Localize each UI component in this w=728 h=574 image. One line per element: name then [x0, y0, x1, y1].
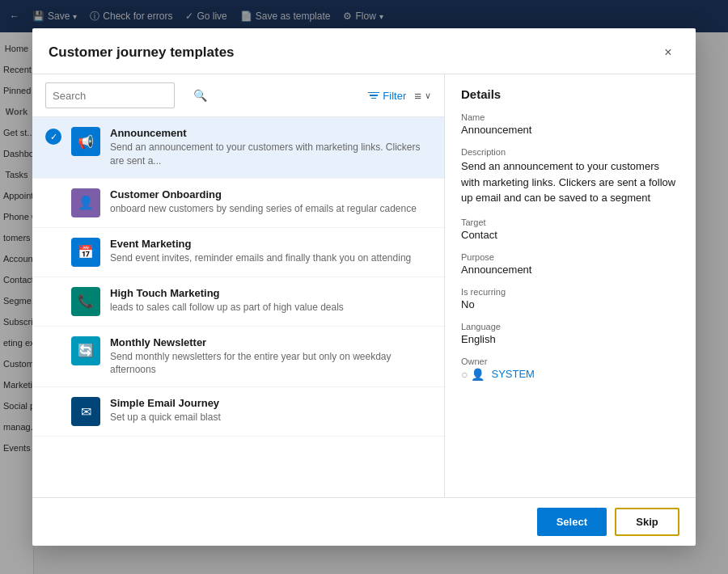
dialog-footer: Select Skip	[32, 497, 696, 546]
detail-purpose-value: Announcement	[461, 264, 679, 276]
template-desc-newsletter: Send monthly newsletters for the entire …	[110, 350, 431, 378]
template-item-onboarding[interactable]: 👤 Customer Onboarding onboard new custom…	[32, 179, 444, 228]
right-panel: Details Name Announcement Description Se…	[445, 74, 696, 497]
detail-purpose-field: Purpose Announcement	[461, 252, 679, 276]
filter-button[interactable]: Filter	[368, 90, 406, 102]
sort-chevron-icon: ∨	[425, 91, 431, 101]
detail-target-field: Target Contact	[461, 217, 679, 241]
select-button[interactable]: Select	[537, 508, 607, 536]
close-button[interactable]: ×	[657, 41, 679, 64]
detail-language-value: English	[461, 333, 679, 345]
template-name-announcement: Announcement	[110, 127, 431, 139]
detail-language-label: Language	[461, 322, 679, 331]
detail-description-label: Description	[461, 147, 679, 157]
template-check-announcement: ✓	[45, 129, 61, 145]
template-name-hightouch: High Touch Marketing	[110, 287, 431, 299]
detail-name-field: Name Announcement	[461, 112, 679, 136]
sort-button[interactable]: ≡ ∨	[414, 89, 431, 103]
search-input[interactable]	[53, 90, 188, 102]
search-icon: 🔍	[193, 89, 207, 102]
template-item-announcement[interactable]: ✓ 📢 Announcement Send an announcement to…	[32, 117, 444, 179]
template-info-simple-email: Simple Email Journey Set up a quick emai…	[110, 397, 431, 424]
detail-target-label: Target	[461, 217, 679, 227]
owner-icon-wrap: ○ 👤	[461, 368, 485, 381]
left-panel: 🔍 Filter ≡ ∨	[32, 74, 445, 497]
template-name-newsletter: Monthly Newsletter	[110, 336, 431, 348]
detail-recurring-value: No	[461, 298, 679, 310]
template-info-announcement: Announcement Send an announcement to you…	[110, 127, 431, 168]
template-info-onboarding: Customer Onboarding onboard new customer…	[110, 188, 431, 216]
detail-purpose-label: Purpose	[461, 252, 679, 262]
template-list: ✓ 📢 Announcement Send an announcement to…	[32, 117, 444, 497]
template-icon-announcement: 📢	[71, 127, 100, 156]
detail-owner-label: Owner	[461, 357, 679, 366]
detail-description-field: Description Send an announcement to your…	[461, 147, 679, 206]
detail-recurring-label: Is recurring	[461, 287, 679, 297]
dialog-header: Customer journey templates ×	[32, 28, 696, 74]
template-info-newsletter: Monthly Newsletter Send monthly newslett…	[110, 336, 431, 378]
template-desc-announcement: Send an announcement to your customers w…	[110, 141, 431, 168]
template-item-simple-email[interactable]: ✉ Simple Email Journey Set up a quick em…	[32, 387, 444, 437]
template-name-event: Event Marketing	[110, 238, 431, 250]
template-icon-event: 📅	[71, 238, 100, 267]
sort-list-icon: ≡	[414, 89, 421, 103]
filter-icon	[368, 91, 379, 99]
detail-owner-field: Owner ○ 👤 SYSTEM	[461, 357, 679, 381]
skip-button[interactable]: Skip	[615, 508, 679, 536]
template-name-onboarding: Customer Onboarding	[110, 188, 431, 200]
template-item-event[interactable]: 📅 Event Marketing Send event invites, re…	[32, 228, 444, 277]
owner-value[interactable]: SYSTEM	[491, 368, 534, 380]
template-desc-simple-email: Set up a quick email blast	[110, 411, 431, 424]
template-info-event: Event Marketing Send event invites, remi…	[110, 238, 431, 265]
template-desc-event: Send event invites, reminder emails and …	[110, 251, 431, 265]
template-icon-newsletter: 🔄	[71, 336, 100, 365]
template-item-newsletter[interactable]: 🔄 Monthly Newsletter Send monthly newsle…	[32, 327, 444, 388]
detail-name-label: Name	[461, 112, 679, 122]
template-desc-hightouch: leads to sales call follow up as part of…	[110, 301, 431, 314]
template-name-simple-email: Simple Email Journey	[110, 397, 431, 409]
template-desc-onboarding: onboard new customers by sending series …	[110, 202, 431, 216]
template-info-hightouch: High Touch Marketing leads to sales call…	[110, 287, 431, 314]
dialog: Customer journey templates × 🔍	[32, 28, 696, 546]
check-circle-icon: ✓	[45, 129, 61, 145]
owner-row: ○ 👤 SYSTEM	[461, 368, 679, 381]
detail-target-value: Contact	[461, 229, 679, 241]
owner-person-icon: 👤	[471, 368, 485, 381]
template-icon-hightouch: 📞	[71, 287, 100, 316]
template-icon-simple-email: ✉	[71, 397, 100, 426]
template-item-hightouch[interactable]: 📞 High Touch Marketing leads to sales ca…	[32, 277, 444, 327]
detail-language-field: Language English	[461, 322, 679, 345]
detail-recurring-field: Is recurring No	[461, 287, 679, 310]
details-title: Details	[461, 87, 679, 101]
dialog-body: 🔍 Filter ≡ ∨	[32, 74, 696, 497]
dialog-title: Customer journey templates	[49, 44, 235, 61]
owner-circle-icon: ○	[461, 368, 468, 381]
modal-overlay: Customer journey templates × 🔍	[0, 0, 728, 574]
search-wrapper[interactable]: 🔍	[45, 82, 175, 108]
detail-description-value: Send an announcement to your customers w…	[461, 158, 679, 206]
template-icon-onboarding: 👤	[71, 188, 100, 217]
detail-name-value: Announcement	[461, 124, 679, 136]
